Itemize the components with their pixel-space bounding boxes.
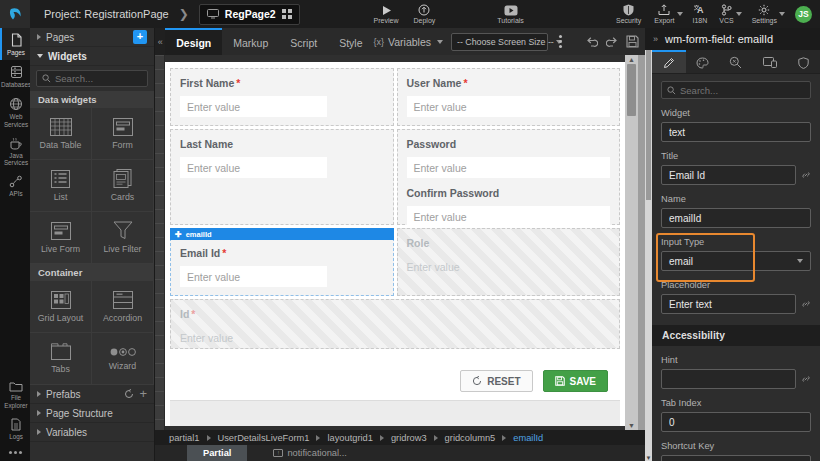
scrollbar-thumb[interactable] <box>627 64 636 116</box>
input-type-select[interactable]: email <box>661 251 811 271</box>
confirm-password-input[interactable]: Enter value <box>407 206 611 227</box>
save-button[interactable]: SAVE <box>543 370 609 392</box>
refresh-icon[interactable] <box>124 389 134 399</box>
deploy-button[interactable]: Deploy <box>413 4 435 24</box>
tab-script[interactable]: Script <box>279 28 328 55</box>
prefabs-section-header[interactable]: Prefabs + <box>30 385 154 404</box>
email-input[interactable]: Enter value <box>180 266 327 287</box>
more-options-button[interactable] <box>559 40 562 43</box>
add-page-button[interactable]: + <box>133 30 147 44</box>
bind-link-icon[interactable] <box>801 170 811 180</box>
page-structure-section-header[interactable]: Page Structure <box>30 404 154 423</box>
bind-link-icon[interactable] <box>801 299 811 309</box>
chevron-down-icon[interactable] <box>736 12 742 16</box>
widget-tile-data-table[interactable]: Data Table <box>30 108 92 160</box>
tab-style[interactable]: Style <box>328 28 373 55</box>
breadcrumb-emailid[interactable]: emailId <box>513 433 543 443</box>
properties-search-input[interactable] <box>680 85 805 96</box>
widget-search-input[interactable] <box>55 73 142 84</box>
selected-widget-tag[interactable]: ✚ emailId <box>170 228 394 240</box>
widget-tile-form[interactable]: Form <box>92 108 154 160</box>
widgets-section-header[interactable]: Widgets <box>30 47 154 66</box>
collapse-right-panel-button[interactable]: » <box>653 34 658 44</box>
scroll-up-icon[interactable]: ▲ <box>628 56 635 63</box>
breadcrumb-gridrow3[interactable]: gridrow3 <box>391 433 427 443</box>
pages-section-header[interactable]: Pages + <box>30 28 154 47</box>
field-last-name[interactable]: Last Name Enter value <box>170 129 394 225</box>
security-button[interactable]: Security <box>616 4 641 24</box>
variables-section-header[interactable]: Variables <box>30 423 154 442</box>
shortcut-key-input[interactable] <box>661 455 811 461</box>
redo-button[interactable] <box>606 36 618 47</box>
rail-item-file-explorer[interactable]: File Explorer <box>0 376 30 412</box>
panel-scrollbar[interactable]: ▼ <box>645 50 652 461</box>
rail-item-apis[interactable]: APIs <box>0 170 30 201</box>
widget-tile-tabs[interactable]: Tabs <box>30 333 92 385</box>
accessibility-section-header[interactable]: Accessibility <box>652 325 820 346</box>
chevron-down-icon[interactable] <box>677 12 683 16</box>
chevron-down-icon[interactable] <box>779 12 785 16</box>
wavemaker-logo[interactable] <box>0 0 30 28</box>
user-name-input[interactable]: Enter value <box>407 96 611 117</box>
rail-item-java-services[interactable]: Java Services <box>0 132 30 170</box>
page-tab-regpage2[interactable]: RegPage2 <box>199 4 300 25</box>
canvas-vertical-scrollbar[interactable]: ▲ ▼ <box>625 55 638 430</box>
preview-button[interactable]: Preview <box>374 5 399 24</box>
page-canvas[interactable]: First Name* Enter value User Name* Enter… <box>165 62 625 426</box>
tutorials-button[interactable]: Tutorials <box>497 5 524 24</box>
tab-styles[interactable] <box>686 50 720 73</box>
undo-button[interactable] <box>586 36 598 47</box>
breadcrumb-partial1[interactable]: partial1 <box>169 433 200 443</box>
bind-link-icon[interactable] <box>801 374 811 384</box>
field-email-selected[interactable]: ✚ emailId Email Id* Enter value <box>170 228 394 296</box>
user-avatar[interactable]: JS <box>795 6 812 23</box>
password-input[interactable]: Enter value <box>407 157 611 178</box>
id-input[interactable]: Enter value <box>180 327 610 348</box>
widget-tile-live-filter[interactable]: Live Filter <box>92 212 154 264</box>
field-id-hidden[interactable]: Id* Enter value <box>170 299 620 349</box>
export-button[interactable]: Export <box>654 4 674 24</box>
tab-index-input[interactable] <box>661 412 811 432</box>
save-page-button[interactable] <box>626 35 639 48</box>
tab-properties[interactable] <box>652 50 686 73</box>
field-first-name[interactable]: First Name* Enter value <box>170 68 394 126</box>
widget-value-input[interactable] <box>661 122 811 142</box>
tab-security[interactable] <box>786 50 820 73</box>
collapse-left-panel-button[interactable]: « <box>155 28 165 55</box>
widget-tile-grid-layout[interactable]: Grid Layout <box>30 281 92 333</box>
rail-item-databases[interactable]: Databases <box>0 60 30 92</box>
breadcrumb-layoutgrid1[interactable]: layoutgrid1 <box>327 433 372 443</box>
variables-menu-button[interactable]: {x} Variables <box>373 36 443 48</box>
hint-value-input[interactable] <box>661 369 796 389</box>
vcs-button[interactable]: VCS <box>719 4 733 24</box>
tab-search-properties[interactable] <box>719 50 753 73</box>
widget-search[interactable] <box>36 70 148 87</box>
role-input[interactable]: Enter value <box>407 256 611 277</box>
widget-tile-list[interactable]: List <box>30 160 92 212</box>
breadcrumb-gridcolumn5[interactable]: gridcolumn5 <box>445 433 496 443</box>
name-value-input[interactable] <box>661 208 811 228</box>
rail-item-logs[interactable]: Logs <box>0 413 30 444</box>
last-name-input[interactable]: Enter value <box>180 157 327 178</box>
tab-partial[interactable]: Partial <box>187 445 247 461</box>
tab-notification-partial[interactable]: ! notificational... <box>273 448 346 458</box>
scroll-down-icon[interactable]: ▼ <box>646 455 652 461</box>
scrollbar-thumb[interactable] <box>646 50 651 200</box>
placeholder-value-input[interactable] <box>661 294 796 314</box>
i18n-button[interactable]: A I18N <box>693 4 708 24</box>
field-role-hidden[interactable]: Role Enter value <box>397 228 621 296</box>
rail-more-button[interactable] <box>0 444 30 461</box>
widget-tile-live-form[interactable]: Live Form <box>30 212 92 264</box>
title-value-input[interactable] <box>661 165 796 185</box>
scroll-down-icon[interactable]: ▼ <box>628 422 635 429</box>
tab-design[interactable]: Design <box>165 28 222 55</box>
settings-button[interactable]: Settings <box>752 4 777 24</box>
widget-tile-accordion[interactable]: Accordion <box>92 281 154 333</box>
first-name-input[interactable]: Enter value <box>180 96 327 117</box>
field-user-name[interactable]: User Name* Enter value <box>397 68 621 126</box>
widget-tile-cards[interactable]: Cards <box>92 160 154 212</box>
tab-markup[interactable]: Markup <box>222 28 279 55</box>
grid-menu-icon[interactable] <box>282 9 292 19</box>
reset-button[interactable]: RESET <box>460 370 532 392</box>
screen-size-select[interactable]: -- Choose Screen Size -- <box>451 33 548 51</box>
